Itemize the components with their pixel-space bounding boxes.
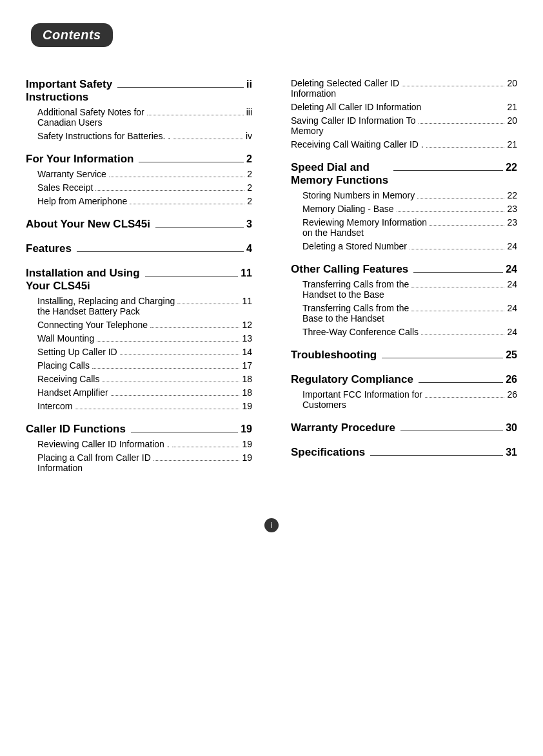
- toc-entry: Reviewing Memory Informationon the Hands…: [291, 217, 517, 238]
- page-number: 25: [506, 349, 517, 361]
- toc-entry: Storing Numbers in Memory 22: [291, 190, 517, 200]
- entry-label: Setting Up Caller ID: [37, 347, 117, 357]
- section-title: Speed Dial andMemory Functions: [291, 161, 388, 187]
- entry-page: 19: [242, 401, 252, 411]
- entry-label: Storing Numbers in Memory: [302, 190, 415, 200]
- toc-entry: Safety Instructions for Batteries. . iv: [26, 131, 252, 141]
- title-line: [77, 251, 244, 252]
- dots: [150, 327, 239, 328]
- toc-entry: Reviewing Caller ID Information . 19: [26, 439, 252, 449]
- entry-page: 24: [507, 241, 517, 251]
- toc-entry: Installing, Replacing and Chargingthe Ha…: [26, 296, 252, 316]
- section-title: For Your Information: [26, 153, 133, 166]
- entry-page: 26: [507, 389, 517, 400]
- dots: [411, 287, 504, 287]
- page-number: 24: [506, 264, 517, 275]
- entry-label: Three-Way Conference Calls: [302, 327, 419, 337]
- entry-page: 23: [507, 217, 517, 228]
- toc-entry: Warranty Service 2: [26, 169, 252, 179]
- entry-page: iv: [246, 131, 252, 141]
- entry-label: Wall Mounting: [37, 333, 94, 344]
- toc-entry: Deleting Selected Caller IDInformation 2…: [291, 78, 517, 99]
- entry-label: Reviewing Memory Informationon the Hands…: [302, 217, 427, 238]
- page-number: 3: [246, 218, 252, 230]
- entry-label: Placing Calls: [37, 360, 90, 371]
- dots: [421, 334, 504, 335]
- toc-entry: Deleting All Caller ID Information 21: [291, 102, 517, 112]
- title-line: [139, 162, 244, 162]
- dots: [177, 304, 239, 304]
- toc-entry: Additional Safety Notes forCanadian User…: [26, 107, 252, 128]
- entry-label: Handset Amplifier: [37, 387, 108, 398]
- entry-page: 18: [242, 374, 252, 384]
- page-number: 19: [241, 423, 252, 435]
- entry-label: Installing, Replacing and Chargingthe Ha…: [37, 296, 175, 316]
- page-header: Contents: [31, 23, 113, 47]
- page-number: 4: [246, 243, 252, 255]
- page-number: 22: [506, 162, 517, 173]
- entry-page: 24: [507, 279, 517, 289]
- left-column: Important SafetyInstructions ii Addition…: [26, 66, 272, 473]
- entry-label: Receiving Call Waiting Caller ID .: [291, 139, 424, 150]
- entry-label: Important FCC Information forCustomers: [302, 389, 422, 410]
- toc-entry: Placing a Call from Caller IDInformation…: [26, 452, 252, 473]
- section-warranty: Warranty Procedure 30: [291, 422, 517, 434]
- dots: [402, 86, 504, 86]
- section-title: Caller ID Functions: [26, 423, 126, 436]
- entry-page: 17: [242, 360, 252, 371]
- title-line: [155, 227, 244, 228]
- toc-entry: Setting Up Caller ID 14: [26, 347, 252, 357]
- section-title: Other Calling Features: [291, 263, 408, 276]
- entry-page: 20: [507, 115, 517, 126]
- entry-label: Help from Ameriphone: [37, 196, 127, 206]
- footer: i: [0, 518, 543, 532]
- entry-page: 2: [247, 169, 252, 179]
- dots: [153, 460, 240, 461]
- toc-entry: Connecting Your Telephone 12: [26, 320, 252, 330]
- entry-page: 11: [242, 296, 252, 306]
- section-title: Specifications: [291, 446, 365, 459]
- toc-entry: Deleting a Stored Number 24: [291, 241, 517, 251]
- toc-entry: Intercom 19: [26, 401, 252, 411]
- entry-page: 20: [507, 78, 517, 88]
- entry-label: Deleting Selected Caller IDInformation: [291, 78, 399, 99]
- entry-label: Saving Caller ID Information ToMemory: [291, 115, 416, 136]
- entry-page: 2: [247, 196, 252, 206]
- entry-page: 18: [242, 387, 252, 398]
- toc-entry: Receiving Call Waiting Caller ID . 21: [291, 139, 517, 150]
- entry-page: 12: [242, 320, 252, 330]
- entry-label: Intercom: [37, 401, 72, 411]
- entry-label: Additional Safety Notes forCanadian User…: [37, 107, 144, 128]
- dots: [95, 190, 244, 191]
- dots: [419, 123, 505, 124]
- title-line: [131, 432, 238, 432]
- entry-label: Receiving Calls: [37, 374, 99, 384]
- toc-entry: Placing Calls 17: [26, 360, 252, 371]
- entry-label: Deleting a Stored Number: [302, 241, 407, 251]
- entry-page: 24: [507, 303, 517, 313]
- entry-page: 23: [507, 204, 517, 214]
- toc-entry: Sales Receipt 2: [26, 182, 252, 193]
- entry-label: Safety Instructions for Batteries. .: [37, 131, 170, 141]
- section-title: Regulatory Compliance: [291, 373, 413, 386]
- dots: [120, 354, 240, 355]
- section-title: About Your New CLS45i: [26, 218, 150, 231]
- entry-label: Transferring Calls from theBase to the H…: [302, 303, 409, 324]
- dots: [172, 447, 240, 447]
- entry-page: iii: [246, 107, 252, 117]
- dots: [425, 397, 504, 398]
- title-line: [382, 358, 503, 358]
- entry-page: 19: [242, 439, 252, 449]
- section-other-calling: Other Calling Features 24 Transferring C…: [291, 263, 517, 337]
- toc-entry: Receiving Calls 18: [26, 374, 252, 384]
- toc-entry: Three-Way Conference Calls 24: [291, 327, 517, 337]
- title-line: [145, 276, 239, 276]
- dots: [411, 311, 504, 311]
- section-deleting: Deleting Selected Caller IDInformation 2…: [291, 78, 517, 150]
- entry-page: 19: [242, 452, 252, 463]
- entry-label: Warranty Service: [37, 169, 106, 179]
- entry-page: 2: [247, 182, 252, 193]
- title-line: [370, 455, 503, 456]
- entry-page: 14: [242, 347, 252, 357]
- toc-entry: Memory Dialing - Base 23: [291, 204, 517, 214]
